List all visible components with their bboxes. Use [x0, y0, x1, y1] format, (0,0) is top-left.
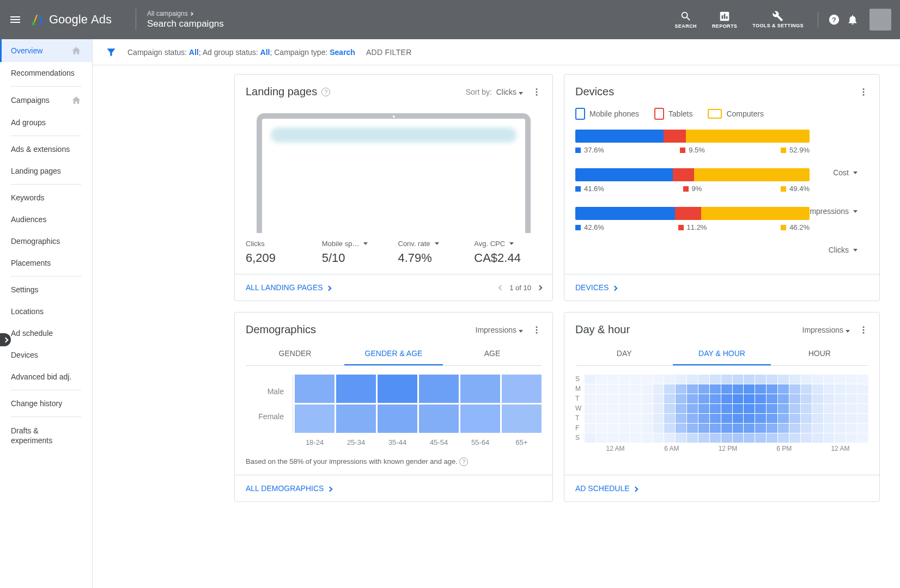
search-button[interactable]: SEARCH	[671, 10, 701, 29]
svg-text:?: ?	[832, 16, 836, 24]
svg-point-0	[32, 22, 35, 26]
help-icon[interactable]: ?	[828, 14, 840, 26]
reports-button[interactable]: REPORTS	[708, 10, 741, 29]
header-tools: SEARCH REPORTS TOOLS & SETTINGS ?	[671, 9, 891, 30]
bell-icon[interactable]	[847, 14, 859, 26]
divider	[136, 9, 136, 30]
search-icon	[680, 10, 692, 22]
logo-text: Google Ads	[49, 13, 112, 27]
menu-icon[interactable]	[9, 13, 22, 26]
chevron-right-icon	[190, 11, 193, 15]
app-header: Google Ads All campaigns Search campaign…	[0, 0, 900, 39]
wrench-icon	[772, 10, 784, 22]
svg-rect-2	[722, 15, 723, 19]
divider	[818, 12, 818, 27]
svg-rect-4	[726, 16, 728, 19]
avatar[interactable]	[869, 9, 891, 30]
breadcrumb[interactable]: All campaigns Search campaigns	[147, 10, 224, 29]
logo-icon	[31, 13, 45, 27]
logo[interactable]: Google Ads	[31, 13, 112, 27]
tools-button[interactable]: TOOLS & SETTINGS	[748, 10, 808, 29]
svg-rect-3	[724, 14, 726, 19]
bar-chart-icon	[719, 10, 731, 22]
